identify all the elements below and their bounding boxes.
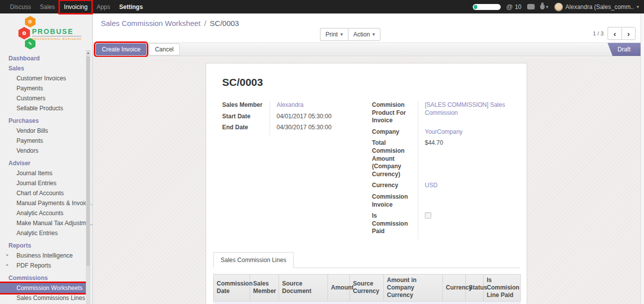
sidebar-scrollbar[interactable]: ▲	[86, 50, 90, 304]
menu-apps[interactable]: Apps	[92, 1, 114, 13]
col-currency[interactable]: Currency	[443, 274, 466, 301]
col-amount-company-currency[interactable]: Amount in Company Currency	[384, 274, 443, 301]
field-group-left: Sales Member Alexandra Start Date 04/01/…	[222, 101, 372, 239]
scrollbar-thumb[interactable]	[86, 56, 90, 266]
sidebar-item-payments[interactable]: Payments	[0, 83, 92, 93]
caret-down-icon: ▾	[546, 4, 549, 9]
sidebar-item-customers[interactable]: Customers	[0, 93, 92, 103]
is-commission-paid-checkbox[interactable]	[425, 212, 431, 219]
cell-status: Draft	[466, 301, 484, 304]
status-badge-draft: Draft	[608, 43, 641, 56]
logo-title: PROBUSE	[32, 27, 81, 36]
cell-amount-company: 7.50	[384, 301, 443, 304]
sidebar-header-sales: Sales	[0, 63, 92, 73]
sidebar-item-vendors[interactable]: Vendors	[0, 146, 92, 156]
field-label-end-date: End Date	[222, 124, 270, 135]
sidebar-nav: Dashboard Sales Customer Invoices Paymen…	[0, 52, 92, 304]
bug-icon	[540, 4, 545, 9]
sidebar-item-analytic-entries[interactable]: Analytic Entries	[0, 228, 92, 238]
caret-down-icon: ▾	[372, 32, 375, 37]
at-icon: @	[506, 3, 513, 10]
sidebar-item-payments-purchase[interactable]: Payments	[0, 136, 92, 146]
print-button[interactable]: Print ▾	[320, 28, 348, 41]
col-sales-member[interactable]: Sales Member	[250, 274, 279, 301]
menu-settings[interactable]: Settings	[115, 1, 147, 13]
sidebar-item-sellable-products[interactable]: Sellable Products	[0, 103, 92, 113]
breadcrumb-separator: /	[203, 19, 208, 27]
scroll-up-icon[interactable]: ▲	[86, 50, 90, 56]
company-logo: ⚙ ✎ PROBUSE PROFESSIONAL BUSINESS	[0, 13, 92, 52]
sidebar-item-business-intelligence[interactable]: ▸Business Intelligence	[0, 251, 92, 261]
cell-date: 04/20/2017 05:30:00	[214, 301, 250, 304]
pager-previous-button[interactable]: ‹	[608, 27, 622, 40]
col-is-commission-line-paid[interactable]: Is Commision Line Paid	[484, 274, 521, 301]
field-value-sales-member[interactable]: Alexandra	[277, 101, 304, 108]
sidebar-header-dashboard[interactable]: Dashboard	[0, 53, 92, 63]
pager-next-button[interactable]: ›	[622, 27, 636, 40]
avatar	[554, 2, 563, 11]
menu-sales[interactable]: Sales	[36, 1, 59, 13]
magnifier-hexagon-icon	[18, 27, 30, 39]
field-value-currency[interactable]: USD	[425, 182, 437, 189]
record-title: SC/0003	[222, 76, 511, 88]
breadcrumb: Sales Commission Worksheet / SC/0003	[93, 13, 641, 27]
user-menu[interactable]: Alexandra (Sales_comm.. ▾	[554, 2, 639, 11]
debug-menu[interactable]: ▾	[540, 4, 549, 9]
col-commission-date[interactable]: Commission Date	[214, 274, 250, 301]
breadcrumb-parent-link[interactable]: Sales Commission Worksheet	[101, 19, 201, 27]
field-label-start-date: Start Date	[222, 113, 270, 124]
sidebar-item-sales-commissions-lines[interactable]: Sales Commissions Lines	[0, 293, 92, 303]
menu-invoicing[interactable]: Invoicing	[60, 1, 91, 13]
field-value-start-date: 04/01/2017 05:30:00	[270, 113, 372, 124]
page-scrollbar[interactable]	[641, 13, 644, 304]
field-value-end-date: 04/30/2017 05:30:00	[270, 124, 372, 135]
progress-segment	[474, 5, 477, 9]
sidebar-header-purchases: Purchases	[0, 116, 92, 126]
sidebar-item-analytic-accounts[interactable]: Analytic Accounts	[0, 208, 92, 218]
commission-lines-table: Commission Date Sales Member Source Docu…	[213, 274, 521, 304]
sidebar: ⚙ ✎ PROBUSE PROFESSIONAL BUSINESS Dashbo…	[0, 13, 93, 304]
topbar: Discuss Sales Invoicing Apps Settings @ …	[0, 0, 644, 13]
menu-discuss[interactable]: Discuss	[6, 1, 35, 13]
sidebar-item-customer-invoices[interactable]: Customer Invoices	[0, 73, 92, 83]
field-value-company[interactable]: YourCompany	[425, 128, 463, 135]
sidebar-header-adviser: Adviser	[0, 158, 92, 168]
col-source-currency[interactable]: Source Currency	[350, 274, 384, 301]
sidebar-item-tax-adjustments[interactable]: Make Manual Tax Adjustme...	[0, 218, 92, 228]
action-button[interactable]: Action ▾	[348, 28, 380, 41]
sidebar-item-pdf-reports[interactable]: ▸PDF Reports	[0, 261, 92, 271]
action-buttons: Print ▾ Action ▾	[320, 28, 380, 41]
activities-badge[interactable]: @ 10	[506, 3, 522, 10]
col-source-document[interactable]: Source Document	[279, 274, 328, 301]
pager: 1 / 3 ‹ ›	[593, 27, 636, 40]
field-value-commission-product[interactable]: [SALES COMMISSION] Sales Commission	[425, 101, 505, 116]
form-view: SC/0003 Sales Member Alexandra Start Dat…	[93, 57, 641, 304]
table-row[interactable]: 04/20/2017 05:30:00 Alexandra CUST.IN/20…	[214, 301, 521, 304]
sidebar-item-vendor-bills[interactable]: Vendor Bills	[0, 126, 92, 136]
cell-paid	[484, 301, 521, 304]
logo-subtitle: PROFESSIONAL BUSINESS	[32, 37, 81, 40]
col-amount[interactable]: Amount	[328, 274, 350, 301]
progress-pill	[473, 4, 501, 10]
control-panel: Sales Commission Worksheet / SC/0003 Pri…	[93, 13, 641, 42]
sidebar-header-reports: Reports	[0, 241, 92, 251]
form-sheet: SC/0003 Sales Member Alexandra Start Dat…	[206, 63, 527, 304]
tab-sales-commission-lines[interactable]: Sales Commission Lines	[213, 252, 294, 268]
field-label-commission-product: Commision Product For Invoice	[372, 101, 418, 128]
cell-amount: $ 7.50	[328, 301, 350, 304]
cell-currency: USD	[443, 301, 466, 304]
sidebar-item-chart-of-accounts[interactable]: Chart of Accounts	[0, 188, 92, 198]
magnifier-icon	[22, 31, 26, 35]
sidebar-item-commission-worksheets[interactable]: Commission Worksheets	[0, 283, 86, 293]
messages-icon[interactable]	[527, 4, 535, 9]
field-label-currency: Currency	[372, 182, 418, 193]
field-groups: Sales Member Alexandra Start Date 04/01/…	[206, 88, 527, 239]
field-label-company: Company	[372, 128, 418, 140]
cancel-button[interactable]: Cancel	[149, 43, 179, 55]
sidebar-item-journal-items[interactable]: Journal Items	[0, 168, 92, 178]
sidebar-item-manual-payments[interactable]: Manual Payments & Invoice...	[0, 198, 92, 208]
sidebar-header-commissions: Commissions	[0, 273, 92, 283]
sidebar-item-journal-entries[interactable]: Journal Entries	[0, 178, 92, 188]
create-invoice-button[interactable]: Create Invoice	[96, 43, 146, 55]
activities-count: 10	[515, 3, 521, 10]
